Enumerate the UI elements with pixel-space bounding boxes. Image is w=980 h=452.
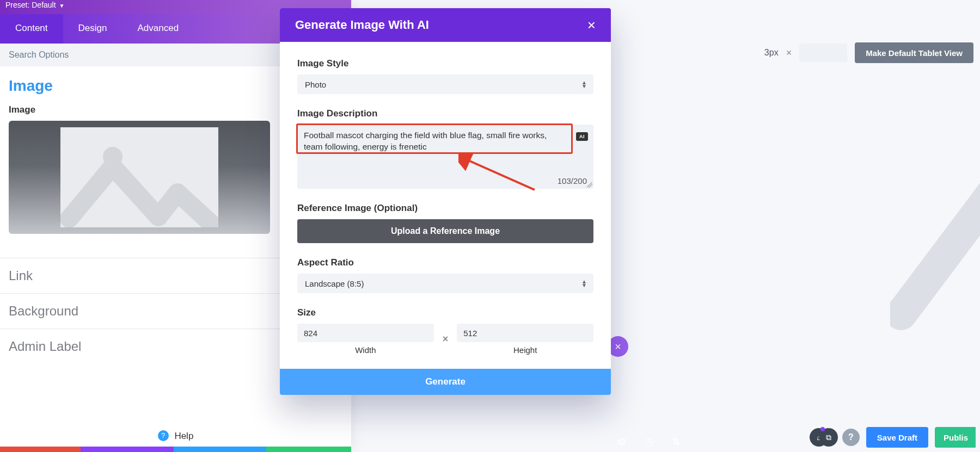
zoom-cluster[interactable]: ⌕ ⧉ <box>810 428 836 447</box>
preset-label: Preset: Default <box>5 1 56 9</box>
image-description-label: Image Description <box>297 108 593 119</box>
px-suffix-label: 3px <box>764 48 779 58</box>
make-default-view-button[interactable]: Make Default Tablet View <box>855 42 973 63</box>
image-style-select[interactable]: Photo ▲▼ <box>297 75 593 94</box>
by-x-icon: × <box>443 333 449 345</box>
image-placeholder-icon <box>60 127 218 227</box>
width-sublabel: Width <box>297 345 434 355</box>
aspect-ratio-label: Aspect Ratio <box>297 257 593 268</box>
help-icon: ? <box>158 430 169 441</box>
ai-badge-icon[interactable]: AI <box>576 132 588 141</box>
save-draft-button[interactable]: Save Draft <box>866 427 928 448</box>
image-description-field: AI 103/200 <box>297 125 593 189</box>
history-icon[interactable]: ◷ <box>645 436 653 448</box>
tab-content[interactable]: Content <box>0 14 63 44</box>
height-sublabel: Height <box>457 345 593 355</box>
char-counter: 103/200 <box>558 176 587 185</box>
aspect-ratio-select[interactable]: Landscape (8:5) ▲▼ <box>297 274 593 293</box>
clear-width-icon[interactable]: × <box>786 47 792 59</box>
notification-dot-icon <box>820 427 825 431</box>
modal-title: Generate Image With AI <box>295 18 429 32</box>
image-style-label: Image Style <box>297 58 593 69</box>
image-preview-placeholder[interactable] <box>9 121 270 234</box>
canvas-image-placeholder <box>890 119 980 331</box>
resize-handle-icon[interactable] <box>587 182 592 188</box>
image-style-value: Photo <box>305 80 326 89</box>
image-description-textarea[interactable] <box>297 125 593 175</box>
chevron-down-icon: ▼ <box>58 3 65 9</box>
height-input[interactable] <box>457 324 593 342</box>
generate-button[interactable]: Generate <box>280 369 611 395</box>
size-row: Width × Height <box>297 324 593 355</box>
close-icon[interactable]: × <box>587 18 596 32</box>
width-px-input[interactable] <box>799 44 847 62</box>
bottom-action-bar: ⌕ ⧉ ? Save Draft Publis <box>810 427 976 448</box>
width-input[interactable] <box>297 324 434 342</box>
modal-header: Generate Image With AI × <box>280 8 611 42</box>
size-label: Size <box>297 307 593 318</box>
footer-undo-button[interactable] <box>81 447 174 452</box>
generate-image-modal: Generate Image With AI × Image Style Pho… <box>280 8 611 395</box>
panel-footer-actions <box>0 447 351 452</box>
help-link[interactable]: ? Help <box>0 431 351 442</box>
tab-design[interactable]: Design <box>63 14 122 44</box>
builder-bottom-icons: ⚙ ◷ ⇅ <box>617 436 680 448</box>
chevron-updown-icon: ▲▼ <box>581 280 587 287</box>
footer-redo-button[interactable] <box>174 447 267 452</box>
reference-image-label: Reference Image (Optional) <box>297 203 593 214</box>
top-right-controls: 3px × Make Default Tablet View <box>764 42 973 63</box>
tab-advanced[interactable]: Advanced <box>122 14 194 44</box>
help-round-icon[interactable]: ? <box>842 429 860 446</box>
help-label: Help <box>174 431 193 441</box>
chevron-updown-icon: ▲▼ <box>581 81 587 88</box>
footer-save-button[interactable] <box>266 447 351 452</box>
gear-icon[interactable]: ⚙ <box>617 436 626 448</box>
aspect-ratio-value: Landscape (8:5) <box>305 279 364 288</box>
sort-icon[interactable]: ⇅ <box>672 436 680 448</box>
publish-button[interactable]: Publis <box>935 427 976 448</box>
upload-reference-button[interactable]: Upload a Reference Image <box>297 219 593 243</box>
modal-body: Image Style Photo ▲▼ Image Description A… <box>280 42 611 369</box>
footer-delete-button[interactable] <box>0 447 81 452</box>
